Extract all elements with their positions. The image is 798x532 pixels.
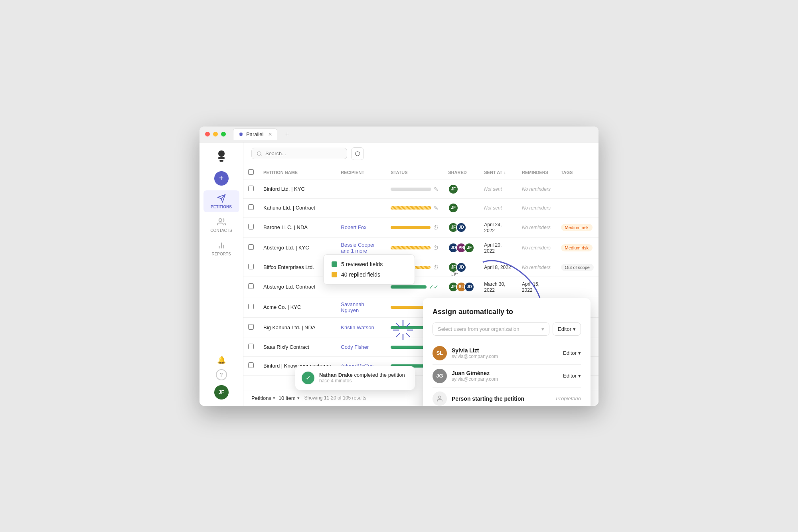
juan-role-chevron-icon: ▾ <box>578 373 581 379</box>
system-user-name: Person starting the petition <box>452 396 556 402</box>
row-checkbox[interactable] <box>248 362 254 368</box>
reminder: No reminders <box>522 225 551 230</box>
tooltip-reviewed: 5 reviewed fields <box>332 261 407 267</box>
edit-icon: ✎ <box>434 186 439 192</box>
sidebar-item-petitions[interactable]: PETITIONS <box>203 190 239 212</box>
tab-close-icon[interactable]: ✕ <box>268 132 272 137</box>
col-tags: TAGS <box>556 165 598 180</box>
petition-name: Saas Rixfy Contract <box>263 344 309 350</box>
recipient-name[interactable]: Bessie Cooper and 1 more <box>341 242 375 254</box>
user-avatar[interactable]: JF <box>214 385 229 399</box>
user-avatar-sm: JF <box>448 203 458 213</box>
minimize-button[interactable] <box>213 132 218 136</box>
recipient-name[interactable]: Kristin Watson <box>341 324 374 330</box>
sylvia-role[interactable]: Editor ▾ <box>563 350 581 356</box>
reminder: April 15, 2022 <box>522 281 539 293</box>
status-bar-container: ⏱ <box>391 224 439 231</box>
sylvia-email: sylvia@company.com <box>452 354 563 359</box>
row-checkbox[interactable] <box>248 304 254 309</box>
sylvia-name: Sylvia Lizt <box>452 347 563 354</box>
results-count: Showing 11-20 of 105 results <box>304 395 366 401</box>
notification-toast: ✓ Nathan Drake completed the petition ha… <box>295 366 415 390</box>
bell-icon[interactable]: 🔔 <box>217 356 226 364</box>
juan-name: Juan Giménez <box>452 370 563 376</box>
status-bar <box>391 226 431 229</box>
select-all-checkbox[interactable] <box>248 169 254 175</box>
browser-tab[interactable]: Parallel ✕ <box>233 129 277 140</box>
svg-point-1 <box>218 150 225 157</box>
new-tab-button[interactable]: + <box>282 129 292 139</box>
search-box[interactable] <box>251 148 347 159</box>
petition-name: Kahuna Ltd. | Contract <box>263 205 315 211</box>
row-checkbox[interactable] <box>248 244 254 250</box>
items-filter[interactable]: 10 item ▾ <box>279 395 300 401</box>
svg-point-4 <box>219 218 221 221</box>
svg-rect-2 <box>218 157 225 159</box>
row-checkbox[interactable] <box>248 186 254 191</box>
logo <box>213 149 229 165</box>
reports-icon <box>217 241 226 250</box>
recipient-name[interactable]: Savannah Nguyen <box>341 301 364 313</box>
assign-user-sylvia: SL Sylvia Lizt sylvia@company.com Editor… <box>433 342 581 365</box>
svg-line-9 <box>261 154 262 156</box>
help-icon[interactable]: ? <box>216 369 227 380</box>
maximize-button[interactable] <box>221 132 226 136</box>
sylvia-role-chevron-icon: ▾ <box>578 350 581 356</box>
notification-user: Nathan Drake <box>319 372 353 378</box>
table-row: Binford Ltd. | KYC ✎ JFNot sentNo remind… <box>243 180 598 198</box>
user-select-dropdown[interactable]: Select users from your organization ▾ <box>433 322 549 336</box>
juan-role[interactable]: Editor ▾ <box>563 373 581 379</box>
row-checkbox[interactable] <box>248 224 254 229</box>
tooltip-reviewed-label: 5 reviewed fields <box>341 261 383 267</box>
app-window: Parallel ✕ + + PETITIONS <box>200 127 598 406</box>
petition-name: Abstergo Ltd. | KYC <box>263 245 309 251</box>
clock-icon: ⏱ <box>433 264 439 271</box>
col-recipient: RECIPIENT <box>336 165 386 180</box>
sidebar-contacts-label: CONTACTS <box>210 228 232 233</box>
avatars-group: JFJD <box>448 222 474 233</box>
avatars-group: JF <box>448 184 474 194</box>
user-select-placeholder: Select users from your organization <box>438 326 519 332</box>
app-body: + PETITIONS CONTACTS <box>200 142 598 406</box>
add-button[interactable]: + <box>214 171 229 186</box>
recipient-name[interactable]: Robert Fox <box>341 224 366 230</box>
row-checkbox[interactable] <box>248 204 254 210</box>
juan-info: Juan Giménez sylvia@company.com <box>452 370 563 382</box>
recipient-name[interactable]: Cody Fisher <box>341 344 369 350</box>
status-bar <box>391 285 427 289</box>
juan-email: sylvia@company.com <box>452 376 563 382</box>
sylvia-avatar: SL <box>433 346 447 360</box>
petition-name: Abstergo Ltd. Contract <box>263 284 315 290</box>
notification-action: completed the petition <box>353 372 405 378</box>
close-button[interactable] <box>205 132 210 136</box>
role-select-dropdown[interactable]: Editor ▾ <box>553 322 581 336</box>
sidebar-item-reports[interactable]: REPORTS <box>203 237 239 259</box>
tooltip-replied: 40 replied fields <box>332 271 407 278</box>
notification-check-icon: ✓ <box>302 372 314 384</box>
reports-svg-icon <box>217 241 226 250</box>
search-input[interactable] <box>265 150 337 156</box>
row-checkbox[interactable] <box>248 344 254 349</box>
table-row: Kahuna Ltd. | Contract ✎ JFNot sentNo re… <box>243 198 598 217</box>
sidebar-item-contacts[interactable]: CONTACTS <box>203 214 239 236</box>
tab-label: Parallel <box>246 131 263 137</box>
status-bar-container: ✎ <box>391 186 439 192</box>
row-checkbox[interactable] <box>248 283 254 289</box>
status-bar-container: ✓✓ <box>391 284 439 290</box>
tab-favicon-icon <box>238 132 244 137</box>
assign-select-row: Select users from your organization ▾ Ed… <box>433 322 581 336</box>
petition-name: Acme Co. | KYC <box>263 304 301 310</box>
row-checkbox[interactable] <box>248 324 254 330</box>
notification-time: hace 4 minutos <box>319 378 405 384</box>
col-shared: SHARED <box>443 165 479 180</box>
clock-icon: ⏱ <box>433 245 439 251</box>
tag-badge: Out of scope <box>561 264 594 271</box>
petitions-filter[interactable]: Petitions ▾ <box>251 395 275 401</box>
role-chevron-icon: ▾ <box>573 326 576 332</box>
refresh-button[interactable] <box>351 147 364 160</box>
row-checkbox[interactable] <box>248 264 254 269</box>
tag-badge: Medium risk <box>561 244 593 251</box>
assign-user-juan: JG Juan Giménez sylvia@company.com Edito… <box>433 365 581 388</box>
sidebar-petitions-label: PETITIONS <box>211 205 232 209</box>
toolbar <box>243 142 598 165</box>
